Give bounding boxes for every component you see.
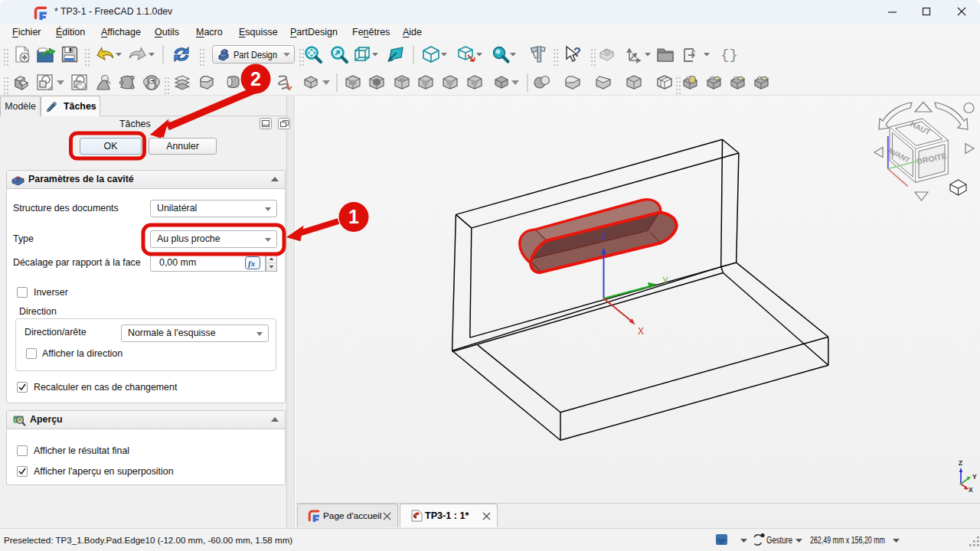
- svg-text:1: 1: [348, 206, 359, 227]
- svg-text:2: 2: [250, 68, 261, 90]
